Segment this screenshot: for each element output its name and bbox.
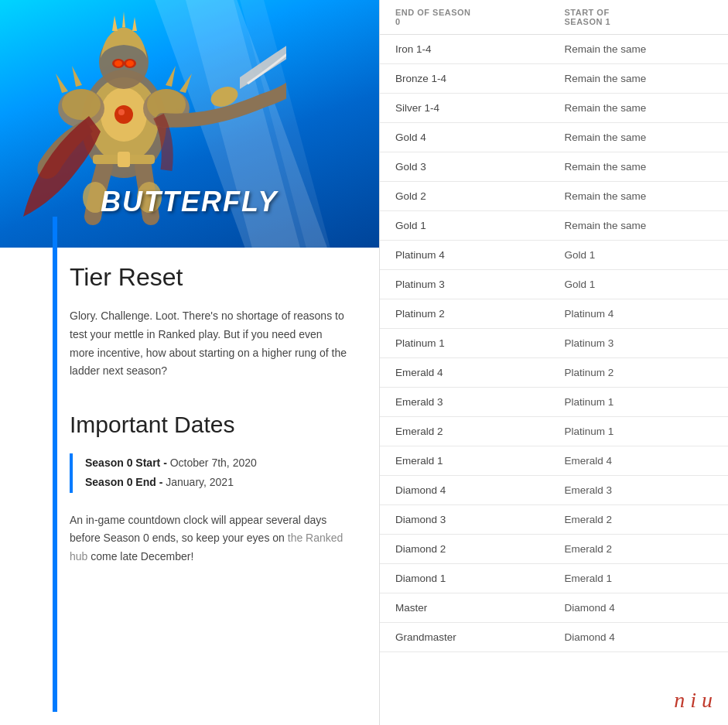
col-end-label-line1: END OF SEASON xyxy=(395,8,471,17)
rank-start-cell: Platinum 2 xyxy=(549,358,728,388)
col-end-label-line2: 0 xyxy=(395,17,401,26)
table-row: Platinum 1Platinum 3 xyxy=(380,329,728,358)
rank-start-cell: Platinum 1 xyxy=(549,388,728,417)
rank-start-cell: Diamond 4 xyxy=(549,623,728,652)
ranked-hub-link[interactable]: the Ranked hub xyxy=(70,532,343,563)
rank-start-cell: Emerald 4 xyxy=(549,446,728,476)
table-row: Gold 1Remain the same xyxy=(380,211,728,241)
table-row: Emerald 3Platinum 1 xyxy=(380,388,728,417)
table-row: Diamond 2Emerald 2 xyxy=(380,535,728,564)
table-row: Platinum 2Platinum 4 xyxy=(380,299,728,329)
rank-end-cell: Diamond 1 xyxy=(380,564,549,593)
character-name: BUTTERFLY xyxy=(101,186,278,218)
table-row: Gold 4Remain the same xyxy=(380,123,728,152)
important-dates-title: Important Dates xyxy=(70,412,364,438)
right-panel[interactable]: END OF SEASON 0 START OF SEASON 1 Iron 1… xyxy=(379,0,728,725)
table-row: Platinum 4Gold 1 xyxy=(380,241,728,270)
rank-start-cell: Remain the same xyxy=(549,64,728,94)
table-row: MasterDiamond 4 xyxy=(380,593,728,623)
rank-start-cell: Diamond 4 xyxy=(549,593,728,623)
table-header: END OF SEASON 0 START OF SEASON 1 xyxy=(380,0,728,35)
rank-table: END OF SEASON 0 START OF SEASON 1 Iron 1… xyxy=(380,0,728,652)
dates-note: An in-game countdown clock will appear s… xyxy=(70,511,348,566)
rank-end-cell: Diamond 4 xyxy=(380,476,549,505)
table-row: Diamond 4Emerald 3 xyxy=(380,476,728,505)
rank-start-cell: Emerald 2 xyxy=(549,505,728,535)
rank-end-cell: Bronze 1-4 xyxy=(380,64,549,94)
season-end-label: Season 0 End - xyxy=(85,476,162,488)
col-start-label-line2: SEASON 1 xyxy=(564,17,610,26)
rank-end-cell: Gold 1 xyxy=(380,211,549,241)
rank-end-cell: Iron 1-4 xyxy=(380,35,549,64)
season-start-date: Season 0 Start - October 7th, 2020 xyxy=(85,453,364,473)
content-area: Tier Reset Glory. Challenge. Loot. There… xyxy=(0,0,379,597)
table-row: Diamond 1Emerald 1 xyxy=(380,564,728,593)
rank-start-cell: Gold 1 xyxy=(549,241,728,270)
table-row: Silver 1-4Remain the same xyxy=(380,94,728,123)
table-row: Gold 2Remain the same xyxy=(380,182,728,211)
tier-reset-title: Tier Reset xyxy=(70,263,364,292)
rank-start-cell: Remain the same xyxy=(549,35,728,64)
rank-end-cell: Platinum 3 xyxy=(380,270,549,299)
rank-start-cell: Platinum 1 xyxy=(549,417,728,446)
rank-end-cell: Platinum 1 xyxy=(380,329,549,358)
rank-end-cell: Emerald 2 xyxy=(380,417,549,446)
rank-start-cell: Platinum 4 xyxy=(549,299,728,329)
left-panel: BUTTERFLY Tier Reset Glory. Challenge. L… xyxy=(0,0,379,725)
table-row: Emerald 2Platinum 1 xyxy=(380,417,728,446)
rank-start-cell: Emerald 1 xyxy=(549,564,728,593)
table-row: Platinum 3Gold 1 xyxy=(380,270,728,299)
col-end-season: END OF SEASON 0 xyxy=(380,0,549,35)
rank-start-cell: Remain the same xyxy=(549,152,728,182)
tier-reset-body: Glory. Challenge. Loot. There's no short… xyxy=(70,307,348,381)
rank-end-cell: Gold 2 xyxy=(380,182,549,211)
table-row: Emerald 4Platinum 2 xyxy=(380,358,728,388)
header-row: END OF SEASON 0 START OF SEASON 1 xyxy=(380,0,728,35)
page-container: BUTTERFLY Tier Reset Glory. Challenge. L… xyxy=(0,0,728,725)
rank-end-cell: Gold 4 xyxy=(380,123,549,152)
rank-end-cell: Emerald 1 xyxy=(380,446,549,476)
col-start-season: START OF SEASON 1 xyxy=(549,0,728,35)
table-row: Emerald 1Emerald 4 xyxy=(380,446,728,476)
table-row: Bronze 1-4Remain the same xyxy=(380,64,728,94)
table-row: Diamond 3Emerald 2 xyxy=(380,505,728,535)
rank-end-cell: Platinum 2 xyxy=(380,299,549,329)
season-end-date: Season 0 End - January, 2021 xyxy=(85,473,364,492)
rank-start-cell: Remain the same xyxy=(549,211,728,241)
rank-start-cell: Remain the same xyxy=(549,182,728,211)
table-body: Iron 1-4Remain the sameBronze 1-4Remain … xyxy=(380,35,728,652)
rank-start-cell: Platinum 3 xyxy=(549,329,728,358)
season-end-value: January, 2021 xyxy=(166,476,234,488)
rank-end-cell: Diamond 2 xyxy=(380,535,549,564)
rank-start-cell: Remain the same xyxy=(549,94,728,123)
rank-end-cell: Grandmaster xyxy=(380,623,549,652)
season-start-value: October 7th, 2020 xyxy=(170,457,257,469)
rank-end-cell: Master xyxy=(380,593,549,623)
season-start-label: Season 0 Start - xyxy=(85,457,167,469)
rank-end-cell: Emerald 4 xyxy=(380,358,549,388)
rank-end-cell: Silver 1-4 xyxy=(380,94,549,123)
rank-end-cell: Gold 3 xyxy=(380,152,549,182)
table-row: GrandmasterDiamond 4 xyxy=(380,623,728,652)
rank-start-cell: Gold 1 xyxy=(549,270,728,299)
rank-end-cell: Platinum 4 xyxy=(380,241,549,270)
table-row: Iron 1-4Remain the same xyxy=(380,35,728,64)
rank-start-cell: Emerald 3 xyxy=(549,476,728,505)
table-row: Gold 3Remain the same xyxy=(380,152,728,182)
rank-end-cell: Emerald 3 xyxy=(380,388,549,417)
rank-end-cell: Diamond 3 xyxy=(380,505,549,535)
col-start-label-line1: START OF xyxy=(564,8,609,17)
rank-start-cell: Emerald 2 xyxy=(549,535,728,564)
rank-start-cell: Remain the same xyxy=(549,123,728,152)
dates-block: Season 0 Start - October 7th, 2020 Seaso… xyxy=(70,453,364,492)
